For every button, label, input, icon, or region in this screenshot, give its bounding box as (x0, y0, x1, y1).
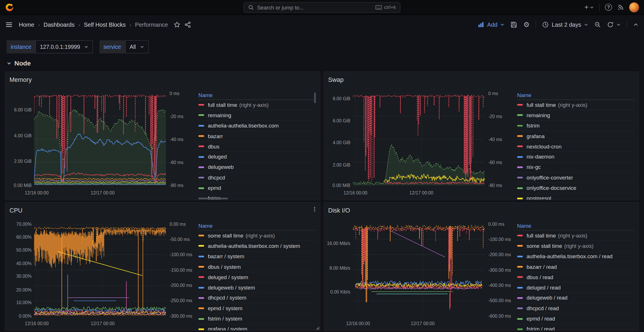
breadcrumb-item[interactable]: Dashboards (44, 21, 75, 28)
legend-item[interactable]: full stall time(right y-axis) (517, 100, 635, 110)
zoom-out-button[interactable] (594, 21, 601, 28)
breadcrumb-item[interactable]: Self Host Blocks (84, 21, 126, 28)
legend-series-name: full stall time (527, 102, 556, 108)
kebab-menu-icon (312, 206, 317, 212)
legend-item[interactable]: delugeweb / read (517, 293, 635, 303)
legend-item[interactable]: full stall time(right y-axis) (198, 100, 316, 110)
legend-item[interactable]: dhcpcd / read (517, 303, 635, 314)
add-button[interactable]: Add (478, 21, 505, 28)
legend-item[interactable]: some stall time(right y-axis) (517, 241, 635, 251)
legend-rows: full stall time(right y-axis)some stall … (517, 231, 635, 331)
legend-item[interactable]: remaining (198, 110, 316, 121)
legend-item[interactable]: epmd / system (198, 303, 316, 314)
legend-item[interactable]: dbus (198, 142, 316, 152)
share-icon (185, 21, 191, 28)
legend-item[interactable]: dhcpcd (198, 173, 316, 183)
timeseries-chart[interactable] (34, 93, 166, 186)
legend-item[interactable]: dbus / system (198, 262, 316, 272)
legend-item[interactable]: postgresql (517, 194, 635, 200)
help-button[interactable]: ? (605, 4, 612, 11)
legend-item[interactable]: authelia-authelia.tiserbox.com / read (517, 251, 635, 262)
timeseries-chart[interactable] (353, 93, 484, 186)
panel-resize-handle[interactable] (316, 326, 319, 329)
legend-item[interactable]: deluged / system (198, 272, 316, 283)
legend-item[interactable]: nix-daemon (517, 152, 635, 162)
legend-series-name: nix-daemon (527, 154, 554, 160)
legend-series-name: onlyoffice-converter (527, 175, 573, 181)
legend-header[interactable]: Name (198, 91, 316, 100)
legend-item[interactable]: delugeweb / system (198, 283, 316, 293)
panel-title[interactable]: CPU (5, 203, 320, 214)
legend-series-name: full stall time (527, 233, 556, 239)
legend-item[interactable]: bazarr (198, 131, 316, 141)
legend-item[interactable]: fstrim / system (198, 314, 316, 324)
news-button[interactable] (617, 4, 624, 11)
legend-item[interactable]: onlyoffice-converter (517, 173, 635, 183)
row-toggle-node[interactable]: Node (7, 58, 31, 68)
legend-item[interactable]: onlyoffice-docservice (517, 183, 635, 193)
legend-item[interactable]: some stall time(right y-axis) (198, 231, 316, 241)
panel-title[interactable]: Swap (324, 72, 639, 83)
search-bar[interactable]: Search or jump to... ctrl+k (244, 2, 401, 13)
axis-tick-label: 0.00 Kib/s (324, 289, 350, 295)
legend-item[interactable]: authelia-authelia.tiserbox.com (198, 121, 316, 131)
grafana-flame-icon (5, 3, 14, 11)
legend-item[interactable]: bazarr / system (198, 251, 316, 262)
legend-item[interactable]: grafana (517, 131, 635, 141)
variable-label[interactable]: instance (7, 40, 36, 53)
legend-item[interactable]: delugeweb (198, 162, 316, 173)
legend-item[interactable]: fstrim / read (517, 324, 635, 331)
axis-tick-label: 0 ms (170, 91, 179, 96)
dashboard-settings-button[interactable]: ⚙ (523, 21, 529, 28)
legend-item[interactable]: nextcloud-cron (517, 142, 635, 152)
axis-tick-label: -200.00 ms (488, 252, 511, 258)
refresh-button[interactable] (607, 21, 620, 28)
legend-item[interactable]: grafana / system (198, 324, 316, 331)
panel-menu-button[interactable] (312, 206, 317, 212)
axis-tick-label: 0.00 MiB (324, 183, 350, 188)
legend-item[interactable]: full stall time(right y-axis) (517, 231, 635, 241)
legend-item[interactable]: fstrim (517, 121, 635, 131)
user-profile-button[interactable] (629, 2, 639, 12)
collapse-controls-button[interactable] (633, 22, 638, 27)
axis-tick-label: -400.00 ms (488, 283, 511, 288)
axis-tick-label: 6.00 GiB (5, 107, 32, 113)
legend-scrollbar-horizontal[interactable] (198, 198, 228, 199)
legend-scrollbar-vertical[interactable] (314, 92, 316, 103)
legend-item[interactable]: epmd (198, 183, 316, 193)
legend-series-color (517, 104, 523, 106)
legend-item[interactable]: deluged (198, 152, 316, 162)
legend-series-name: deluged / system (208, 274, 248, 280)
legend-item[interactable]: epmd / read (517, 314, 635, 324)
save-dashboard-button[interactable] (511, 21, 517, 28)
breadcrumb-item[interactable]: Home (19, 21, 34, 28)
legend-series-color (517, 276, 523, 278)
legend-item[interactable]: dhcpcd / system (198, 293, 316, 303)
new-menu-button[interactable]: + (585, 3, 594, 11)
menu-toggle-button[interactable] (6, 21, 12, 28)
legend-series-name: some stall time (208, 233, 243, 239)
variable-value-dropdown[interactable]: 127.0.0.1:19999 (36, 40, 93, 53)
timeseries-chart[interactable] (353, 224, 484, 316)
legend-item[interactable]: authelia-authelia.tiserbox.com / system (198, 241, 316, 251)
legend-item[interactable]: dbus / read (517, 272, 635, 283)
legend-series-color (517, 318, 523, 320)
legend-header[interactable]: Name (517, 221, 635, 230)
legend-header[interactable]: Name (517, 91, 635, 100)
legend-item[interactable]: deluged / read (517, 283, 635, 293)
panel-title[interactable]: Memory (5, 72, 320, 83)
grafana-logo[interactable] (5, 3, 14, 11)
legend-item[interactable]: bazarr / read (517, 262, 635, 272)
legend-header[interactable]: Name (198, 221, 316, 230)
variable-label[interactable]: service (99, 40, 125, 53)
share-dashboard-button[interactable] (185, 21, 191, 28)
variable-value-dropdown[interactable]: All (125, 40, 149, 53)
favorite-dashboard-button[interactable] (174, 21, 180, 28)
breadcrumb-item[interactable]: Performance (135, 21, 168, 28)
legend-item[interactable]: remaining (517, 110, 635, 121)
time-range-picker[interactable]: Last 2 days (542, 21, 588, 28)
legend-item[interactable]: nix-gc (517, 162, 635, 173)
legend-series-color (198, 266, 204, 268)
panel-title[interactable]: Disk I/O (324, 203, 639, 214)
timeseries-chart[interactable] (34, 224, 166, 316)
